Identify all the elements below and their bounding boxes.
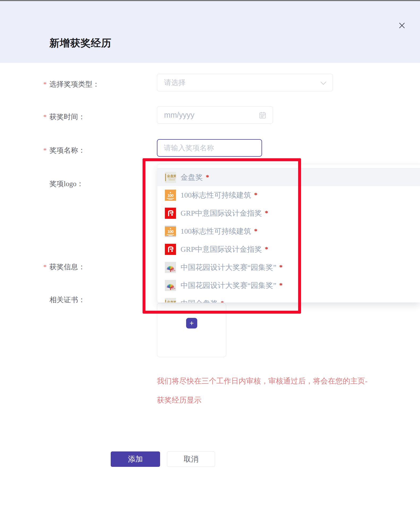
cancel-button[interactable]: 取消 (167, 451, 215, 467)
required-asterisk: * (43, 146, 49, 156)
suggestion-label: GRP中意国际设计金指奖 (181, 208, 262, 218)
name-placeholder: 请输入奖项名称 (164, 143, 214, 153)
garden-collection-award-icon: 园集奖 (165, 262, 176, 273)
certificates-label: * 相关证书： (43, 295, 85, 305)
date-placeholder: mm/yyyy (164, 111, 194, 119)
close-button[interactable] (396, 20, 408, 32)
suggestion-label: GRP中意国际设计金指奖 (181, 244, 262, 254)
suggestion-label: 中国花园设计大奖赛“园集奖” (181, 280, 276, 291)
suggestion-label: 100标志性可持续建筑 (181, 226, 251, 236)
add-award-modal: 新增获奖经历 * 选择奖项类型： * 获奖时间： * 奖项名称： * 奖项log… (0, 0, 420, 508)
required-asterisk: * (43, 262, 49, 272)
award-name-input[interactable]: 请输入奖项名称 (157, 139, 262, 157)
award-info-label: * 获奖信息： (43, 262, 85, 272)
grp-design-award-icon (165, 244, 176, 255)
add-button[interactable]: 添加 (111, 451, 160, 467)
suggestion-label: 金盘奖 (181, 172, 203, 182)
required-asterisk: * (43, 112, 49, 122)
award-date-input[interactable]: mm/yyyy (157, 106, 273, 124)
select-placeholder: 请选择 (164, 78, 186, 87)
suggestion-item-grp[interactable]: GRP中意国际设计金指奖 * (157, 204, 420, 222)
suggestion-item-100-building[interactable]: 100 100标志性可持续建筑 * (157, 222, 420, 240)
award-logo-label: * 奖项logo： (43, 179, 84, 189)
page-title: 新增获奖经历 (49, 36, 112, 50)
plus-icon: + (190, 319, 194, 327)
award-suggestion-dropdown: 金盘奖Kinpan Awards 金盘奖 * 100 100标志性可持续建筑 *… (157, 164, 420, 302)
suggestion-item-garden-award[interactable]: 园集奖 中国花园设计大奖赛“园集奖” * (157, 276, 420, 294)
garden-collection-award-icon: 园集奖 (165, 280, 176, 291)
suggestion-item-kinpan[interactable]: 金盘奖Kinpan Awards 金盘奖 * (157, 168, 420, 186)
review-note-line1: 我们将尽快在三个工作日内审核，审核通过后，将会在您的主页- (157, 376, 367, 386)
award-type-select[interactable]: 请选择 (157, 74, 333, 91)
suggestion-item-garden-award[interactable]: 园集奖 中国花园设计大奖赛“园集奖” * (157, 258, 420, 276)
dropdown-arrow (175, 164, 181, 167)
award-time-label: * 获奖时间： (43, 112, 85, 122)
100-sustainable-building-icon: 100 (165, 226, 176, 237)
review-note-line2: 获奖经历显示 (157, 395, 202, 405)
suggestion-label: 中国花园设计大奖赛“园集奖” (181, 262, 276, 272)
kinpan-award-icon: 金盘奖Kinpan Awards (165, 172, 176, 183)
modal-header: 新增获奖经历 (0, 1, 420, 63)
suggestion-item-grp[interactable]: GRP中意国际设计金指奖 * (157, 240, 420, 258)
close-icon (398, 22, 406, 31)
suggestion-item-100-building[interactable]: 100 100标志性可持续建筑 * (157, 186, 420, 204)
suggestion-label: 中国金盘奖 (181, 298, 218, 302)
calendar-icon (258, 111, 267, 121)
certificate-upload-dropzone[interactable]: + (157, 303, 226, 357)
grp-design-award-icon (165, 208, 176, 219)
suggestion-label: 100标志性可持续建筑 (181, 190, 251, 200)
required-asterisk: * (43, 79, 49, 89)
suggestion-item-china-kinpan[interactable]: 金盘奖Kinpan Awards 中国金盘奖 * (157, 294, 420, 302)
award-name-label: * 奖项名称： (43, 146, 85, 156)
kinpan-award-icon: 金盘奖Kinpan Awards (165, 298, 176, 302)
100-sustainable-building-icon: 100 (165, 190, 176, 201)
award-type-label: * 选择奖项类型： (43, 79, 100, 89)
chevron-down-icon (320, 81, 326, 86)
add-certificate-button[interactable]: + (186, 318, 197, 328)
